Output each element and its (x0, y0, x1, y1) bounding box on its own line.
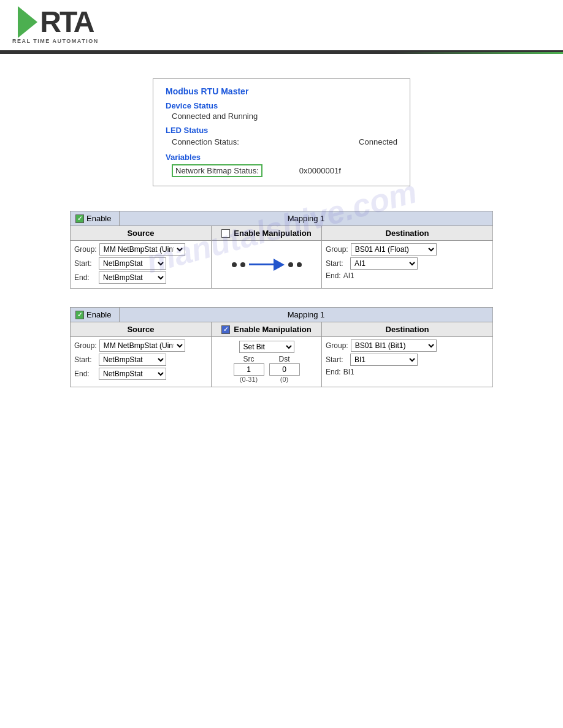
mapping2-header-row: Enable Mapping 1 (71, 308, 492, 322)
mapping1-manip-label: Enable Manipulation (234, 229, 311, 238)
mapping1-body-row: Group: MM NetBmpStat (Uint32) Start: Net… (71, 241, 492, 288)
mapping1-header-row: Enable Mapping 1 (71, 211, 492, 226)
mapping2-enable-label: Enable (86, 310, 111, 319)
status-section: Modbus RTU Master Device Status Connecte… (0, 54, 563, 199)
mapping1-section: Enable Mapping 1 Source Enable Manipulat… (0, 199, 563, 295)
mapping2-start-row: Start: NetBmpStat (74, 354, 207, 366)
mapping1-dest-end-row: End: AI1 (326, 271, 489, 280)
connection-status-row: Connection Status: Connected (166, 136, 397, 148)
network-bitmap-row: Network Bitmap Status: 0x0000001f (166, 163, 397, 178)
mapping2-src-label: Src (243, 355, 255, 363)
mapping1-start-select[interactable]: NetBmpStat (99, 257, 166, 270)
connection-status-value: Connected (359, 137, 397, 146)
mapping2-source-col: Group: MM NetBmpStat (Uint32) Start: Net… (71, 337, 212, 387)
dot2 (240, 262, 245, 267)
mapping1-dest-group-select[interactable]: BS01 AI1 (Float) (351, 243, 437, 256)
mapping2-end-select[interactable]: NetBmpStat (99, 368, 166, 380)
mapping1-group-row: Group: MM NetBmpStat (Uint32) (74, 243, 207, 256)
logo-rta-text: RTA (40, 7, 93, 37)
mapping2-body-row: Group: MM NetBmpStat (Uint32) Start: Net… (71, 337, 492, 387)
mapping1-source-col: Group: MM NetBmpStat (Uint32) Start: Net… (71, 241, 212, 288)
mapping1-cols-row: Source Enable Manipulation Destination (71, 226, 492, 241)
device-status-label: Device Status (166, 101, 397, 110)
mapping2-manip-checkbox[interactable] (221, 325, 230, 334)
mapping2-src-range: (0-31) (240, 376, 258, 383)
mapping2-dest-start-label: Start: (326, 355, 348, 364)
mapping1-enable-label: Enable (86, 214, 111, 223)
mapping1-dest-start-row: Start: AI1 (326, 257, 489, 270)
mapping1-middle-header: Enable Manipulation (212, 226, 322, 240)
mapping1-middle-col (212, 241, 322, 288)
mapping1-group-label: Group: (74, 245, 97, 254)
mapping2-src-dst-row: Src (0-31) Dst (0) (234, 355, 300, 383)
mapping1-dest-start-select[interactable]: AI1 (350, 257, 418, 270)
mapping2-end-row: End: NetBmpStat (74, 368, 207, 380)
svg-marker-0 (18, 6, 37, 38)
mapping1-dest-group-row: Group: BS01 AI1 (Float) (326, 243, 489, 256)
mapping2-source-header: Source (71, 322, 212, 336)
mapping2-dest-group-select[interactable]: BS01 BI1 (Bit1) (351, 339, 437, 352)
mapping2-group-label: Group: (74, 341, 97, 350)
mapping2-manip-label: Enable Manipulation (234, 325, 311, 334)
mapping2-group-row: Group: MM NetBmpStat (Uint32) (74, 339, 207, 352)
mapping1-group-select[interactable]: MM NetBmpStat (Uint32) (99, 243, 185, 256)
mapping2-group-select[interactable]: MM NetBmpStat (Uint32) (99, 339, 185, 352)
mapping1-end-select[interactable]: NetBmpStat (99, 271, 166, 284)
mapping1-dest-end-label: End: (326, 271, 341, 280)
mapping2-dest-start-row: Start: BI1 (326, 354, 489, 366)
mapping2-dest-header: Destination (322, 322, 492, 336)
mapping1-dest-col: Group: BS01 AI1 (Float) Start: AI1 End: … (322, 241, 492, 288)
mapping2-dest-end-row: End: BI1 (326, 368, 489, 376)
mapping2-dest-group-row: Group: BS01 BI1 (Bit1) (326, 339, 489, 352)
mapping2-dest-start-select[interactable]: BI1 (350, 354, 418, 366)
mapping1-table: Enable Mapping 1 Source Enable Manipulat… (70, 211, 493, 289)
mapping2-start-select[interactable]: NetBmpStat (99, 354, 166, 366)
mapping2-manip-type-select[interactable]: Set Bit (239, 341, 294, 353)
mapping2-dest-group-label: Group: (326, 341, 348, 350)
mapping1-end-label: End: (74, 273, 96, 282)
mapping2-src-col: Src (0-31) (234, 355, 264, 383)
mapping1-dest-header: Destination (322, 226, 492, 240)
mapping2-dst-label: Dst (279, 355, 290, 363)
mapping1-end-row: End: NetBmpStat (74, 271, 207, 284)
dot1 (232, 262, 237, 267)
mapping1-start-row: Start: NetBmpStat (74, 257, 207, 270)
mapping1-enable-cell: Enable (71, 211, 120, 226)
mapping2-start-label: Start: (74, 355, 96, 364)
logo-container: RTA REAL TIME AUTOMATION (12, 6, 99, 44)
mapping1-enable-checkbox[interactable] (75, 214, 84, 223)
mapping2-dest-col: Group: BS01 BI1 (Bit1) Start: BI1 End: B… (322, 337, 492, 387)
mapping1-source-header: Source (71, 226, 212, 240)
mapping1-arrow-area (232, 259, 302, 271)
mapping1-dest-group-label: Group: (326, 245, 348, 254)
mapping2-title: Mapping 1 (120, 308, 492, 322)
mapping2-enable-checkbox[interactable] (75, 311, 84, 319)
mapping1-dest-end-value: AI1 (343, 271, 354, 280)
logo-subtitle: REAL TIME AUTOMATION (12, 38, 99, 44)
mapping2-dst-input[interactable] (269, 363, 300, 376)
mapping2-enable-cell: Enable (71, 308, 120, 322)
network-bitmap-label: Network Bitmap Status: (172, 164, 262, 177)
connection-status-label: Connection Status: (172, 137, 239, 146)
mapping2-dst-col: Dst (0) (269, 355, 300, 383)
mapping2-src-input[interactable] (234, 363, 264, 376)
mapping2-dest-end-label: End: (326, 368, 341, 376)
logo-wrapper: RTA (18, 6, 93, 38)
dot4 (297, 262, 302, 267)
led-status-label: LED Status (166, 126, 397, 135)
mapping2-cols-row: Source Enable Manipulation Destination (71, 322, 492, 337)
mapping2-dst-range: (0) (280, 376, 288, 383)
network-bitmap-value: 0x0000001f (299, 166, 341, 175)
status-title: Modbus RTU Master (166, 86, 397, 96)
device-status-value: Connected and Running (166, 112, 397, 121)
variables-label: Variables (166, 153, 397, 162)
status-box: Modbus RTU Master Device Status Connecte… (153, 78, 410, 186)
mapping2-end-label: End: (74, 370, 96, 378)
mapping2-middle-col: Set Bit Src (0-31) Dst (0) (212, 337, 322, 387)
header: RTA REAL TIME AUTOMATION (0, 0, 563, 52)
mapping1-manip-checkbox[interactable] (221, 229, 230, 238)
arrow-line (249, 264, 274, 265)
dot3 (288, 262, 293, 267)
mapping2-dest-end-value: BI1 (343, 368, 354, 376)
mapping2-middle-header: Enable Manipulation (212, 322, 322, 336)
